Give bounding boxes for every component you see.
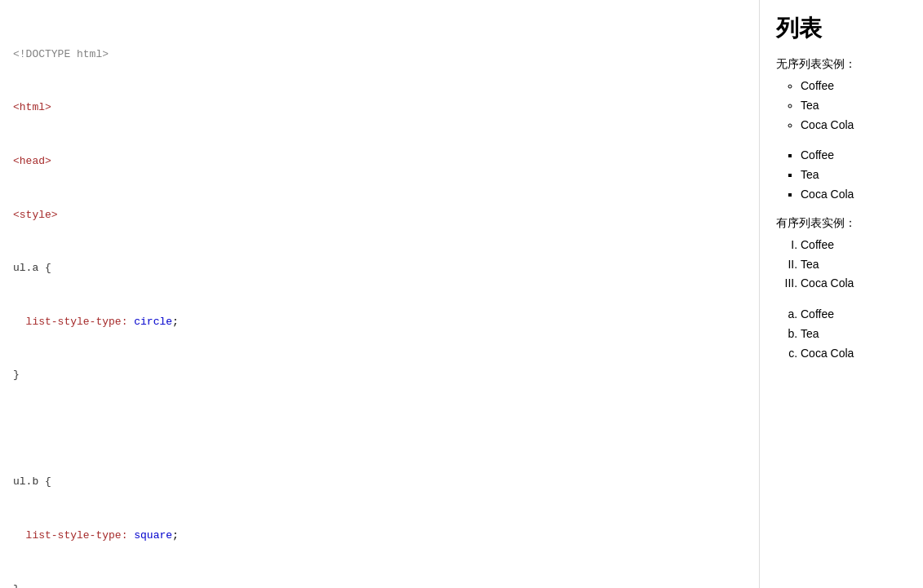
list-item: Coffee — [801, 236, 907, 255]
list-item: Coffee — [801, 77, 907, 96]
ol-upper-roman-list: Coffee Tea Coca Cola — [801, 236, 907, 294]
ol-lower-alpha-list: Coffee Tea Coca Cola — [801, 305, 907, 363]
code-line: ul.a { — [13, 260, 746, 277]
code-line: } — [13, 367, 746, 384]
ul-square-list: Coffee Tea Coca Cola — [801, 146, 907, 204]
list-item: Coca Cola — [801, 344, 907, 364]
list-item: Tea — [801, 166, 907, 185]
list-item: Coca Cola — [801, 185, 907, 205]
code-editor[interactable]: <!DOCTYPE html> <html> <head> <style> ul… — [0, 0, 760, 588]
code-line: <html> — [13, 99, 746, 117]
code-line: list-style-type: square; — [13, 528, 746, 545]
list-item: Tea — [801, 325, 907, 344]
code-line — [13, 421, 746, 438]
list-item: Coca Cola — [801, 274, 907, 294]
list-item: Coffee — [801, 146, 907, 166]
ordered-label: 有序列表实例： — [776, 216, 907, 231]
preview-title: 列表 — [776, 13, 907, 44]
code-line: ul.b { — [13, 474, 746, 491]
list-item: Coffee — [801, 305, 907, 325]
list-item: Tea — [801, 96, 907, 116]
ul-circle-list: Coffee Tea Coca Cola — [801, 77, 907, 135]
preview-panel: 列表 无序列表实例： Coffee Tea Coca Cola Coffee T… — [760, 0, 923, 588]
code-line: <style> — [13, 207, 746, 224]
list-item: Tea — [801, 255, 907, 275]
code-line: <head> — [13, 153, 746, 170]
unordered-label: 无序列表实例： — [776, 57, 907, 72]
code-line: } — [13, 581, 746, 588]
code-line: list-style-type: circle; — [13, 314, 746, 331]
code-line-doctype: <!DOCTYPE html> — [13, 46, 746, 64]
list-item: Coca Cola — [801, 116, 907, 135]
